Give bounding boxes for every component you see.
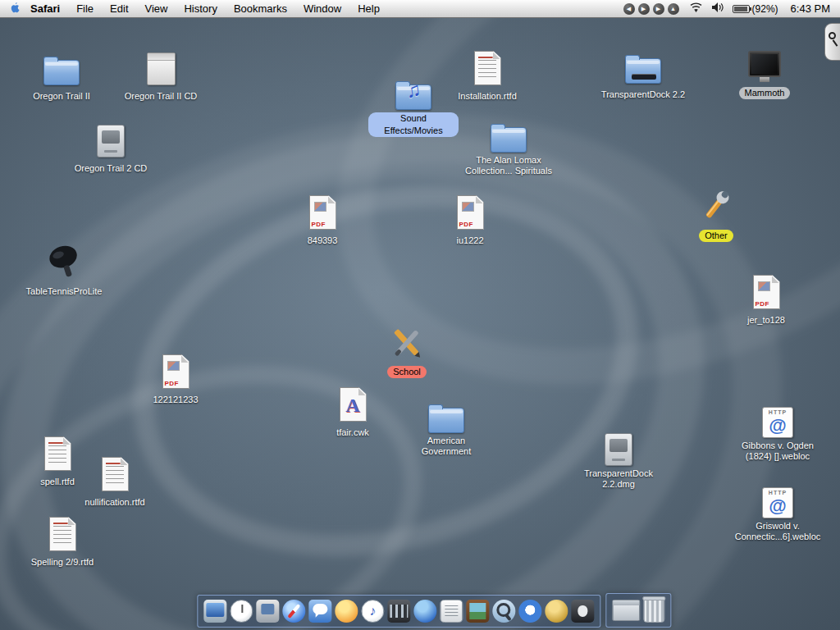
media-eject-icon[interactable]: ▲ bbox=[668, 3, 679, 15]
desktop-icon-nullification-rtfd[interactable]: nullification.rtfd bbox=[70, 454, 160, 509]
folder-icon: ♫ bbox=[395, 84, 431, 110]
desktop-icon-installation-rtfd[interactable]: Installation.rtfd bbox=[442, 48, 532, 103]
battery-icon bbox=[733, 5, 750, 13]
webloc-icon: HTTP@ bbox=[762, 407, 793, 438]
music-note-icon[interactable]: ♪ bbox=[361, 600, 384, 623]
disk-image-icon bbox=[97, 125, 125, 158]
icon-label: TransparentDock 2.2.dmg bbox=[573, 468, 664, 490]
apple-logo-icon bbox=[10, 2, 21, 16]
desktop-icon-school[interactable]: School bbox=[362, 323, 452, 378]
desktop-icon-spelling-rtfd[interactable]: Spelling 2/9.rtfd bbox=[17, 514, 107, 568]
desktop-icon-oregon-trail-ii[interactable]: Oregon Trail II bbox=[16, 48, 107, 103]
apple-app-icon[interactable] bbox=[571, 600, 594, 623]
menu-window[interactable]: Window bbox=[295, 2, 349, 15]
media-rewind-icon[interactable]: ◀ bbox=[623, 3, 635, 15]
clock-disc-icon[interactable] bbox=[230, 600, 253, 623]
gold-horn-icon[interactable] bbox=[545, 600, 568, 623]
folder-icon bbox=[491, 127, 527, 153]
icon-label: TransparentDock 2.2 bbox=[601, 89, 685, 100]
desktop-icon-tabletennisprolite[interactable]: TableTennisProLite bbox=[19, 243, 109, 298]
battery-percent: (92%) bbox=[752, 3, 782, 15]
icon-label: 122121233 bbox=[153, 395, 198, 405]
monitor-icon[interactable] bbox=[203, 600, 226, 623]
magnifier-tab[interactable] bbox=[824, 23, 840, 61]
menu-history[interactable]: History bbox=[176, 2, 225, 15]
menu-edit[interactable]: Edit bbox=[102, 2, 136, 15]
dock-apps-section: ♪ bbox=[197, 595, 600, 628]
menu-bookmarks[interactable]: Bookmarks bbox=[226, 2, 295, 15]
desktop-icon-oregon-trail-ii-cd[interactable]: Oregon Trail II CD bbox=[116, 48, 206, 103]
desktop-icon-gibbons-webloc[interactable]: HTTP@ Gibbons v. Ogden (1824) [].webloc bbox=[733, 400, 823, 463]
battery-menu-extra[interactable]: (92%) bbox=[728, 3, 786, 15]
magnifier-icon bbox=[829, 32, 836, 39]
desktop-icon-122121233[interactable]: PDF 122121233 bbox=[130, 351, 221, 406]
mini-dock-icon bbox=[632, 74, 656, 80]
paddle-icon bbox=[43, 243, 84, 281]
desktop-icon-alan-lomax-collection[interactable]: The Alan Lomax Collection... Spirituals bbox=[463, 115, 554, 177]
desktop-icon-american-government[interactable]: American Government bbox=[401, 395, 491, 458]
wifi-icon bbox=[689, 2, 703, 16]
menu-file[interactable]: File bbox=[68, 2, 102, 15]
notepad-icon[interactable] bbox=[440, 600, 463, 623]
desktop-icon-transparentdock-dmg[interactable]: TransparentDock 2.2.dmg bbox=[573, 428, 664, 491]
display-icon bbox=[748, 51, 781, 77]
webloc-icon: HTTP@ bbox=[762, 487, 793, 518]
icon-label: American Government bbox=[401, 436, 491, 457]
magnifier-dock-icon[interactable] bbox=[492, 600, 515, 623]
media-play-icon[interactable]: ▶ bbox=[638, 3, 650, 15]
menu-bar-clock[interactable]: 6:43 PM bbox=[786, 2, 840, 15]
chat-bubble-icon[interactable] bbox=[308, 600, 331, 623]
icon-label: Griswold v. Connectic...6].webloc bbox=[733, 521, 823, 542]
dock: ♪ bbox=[197, 593, 671, 628]
icon-label: Sound Effects/Movies bbox=[368, 112, 459, 137]
trash-icon[interactable] bbox=[643, 598, 664, 623]
safari-compass-icon[interactable] bbox=[282, 600, 305, 623]
icon-label: Spelling 2/9.rtfd bbox=[31, 557, 94, 568]
icon-label: 849393 bbox=[308, 235, 338, 246]
rtf-document-icon bbox=[49, 517, 76, 551]
music-note-icon: ♫ bbox=[404, 78, 422, 103]
folder-icon bbox=[428, 408, 464, 433]
desktop-icon-tfair-cwk[interactable]: A tfair.cwk bbox=[308, 384, 398, 439]
globe-icon[interactable] bbox=[413, 600, 436, 623]
desktop-icon-mammoth[interactable]: Mammoth bbox=[719, 44, 810, 99]
folder-icon bbox=[43, 60, 80, 85]
picture-frame-icon[interactable] bbox=[466, 600, 489, 623]
rtf-document-icon bbox=[44, 436, 71, 471]
desktop-icon-other[interactable]: Other bbox=[671, 187, 761, 242]
classic-mac-icon[interactable] bbox=[256, 600, 279, 623]
desktop-icon-griswold-webloc[interactable]: HTTP@ Griswold v. Connectic...6].webloc bbox=[733, 481, 823, 543]
icon-label: TableTennisProLite bbox=[26, 286, 103, 297]
rtf-document-icon bbox=[474, 51, 501, 85]
media-forward-icon[interactable]: ▶ bbox=[653, 3, 664, 15]
film-strip-icon[interactable] bbox=[387, 600, 410, 623]
icon-label: nullification.rtfd bbox=[84, 497, 144, 508]
desktop-icon-transparentdock-2-2[interactable]: TransparentDock 2.2 bbox=[598, 46, 688, 101]
apple-menu[interactable] bbox=[0, 2, 29, 16]
pdf-document-icon: PDF bbox=[753, 275, 780, 309]
dock-minimized-section bbox=[605, 593, 671, 628]
icon-label: Installation.rtfd bbox=[458, 91, 517, 102]
crossed-tools-icon bbox=[386, 325, 428, 361]
wifi-menu-extra[interactable] bbox=[685, 2, 707, 16]
menu-help[interactable]: Help bbox=[349, 2, 388, 15]
menu-view[interactable]: View bbox=[137, 2, 176, 15]
pdf-document-icon: PDF bbox=[457, 195, 484, 230]
icon-label: jer_to128 bbox=[747, 315, 785, 326]
icon-label: Gibbons v. Ogden (1824) [].webloc bbox=[733, 441, 823, 462]
icon-label: Oregon Trail II bbox=[33, 91, 90, 102]
icon-label: The Alan Lomax Collection... Spirituals bbox=[463, 155, 554, 176]
buddy-icon[interactable] bbox=[335, 600, 358, 623]
eye-disc-icon[interactable] bbox=[518, 600, 541, 623]
disk-image-icon bbox=[605, 433, 632, 466]
desktop-icon-oregon-trail-2-cd[interactable]: Oregon Trail 2 CD bbox=[66, 120, 156, 175]
appleworks-document-icon: A bbox=[340, 387, 367, 422]
app-menu-title[interactable]: Safari bbox=[29, 2, 68, 15]
wrench-icon bbox=[699, 187, 733, 225]
volume-menu-extra[interactable] bbox=[707, 2, 728, 16]
desktop-icon-849393[interactable]: PDF 849393 bbox=[277, 192, 368, 247]
desktop-icon-jer-to128[interactable]: PDF jer_to128 bbox=[721, 272, 811, 326]
minimized-window-icon[interactable] bbox=[612, 600, 640, 621]
folder-icon bbox=[625, 58, 661, 84]
desktop-icon-iu1222[interactable]: PDF iu1222 bbox=[425, 192, 515, 247]
